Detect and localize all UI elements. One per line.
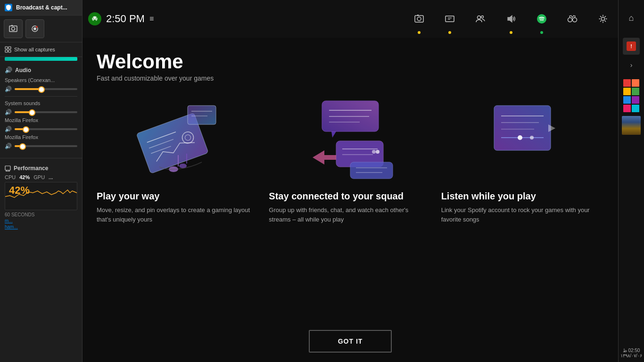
firefox-volume-bar-1[interactable] (15, 128, 77, 130)
system-volume-fill (15, 111, 33, 113)
sixty-seconds-label: 60 SECONDS (5, 212, 77, 217)
shield-icon (5, 4, 12, 11)
svg-rect-9 (8, 50, 11, 52)
home-icon[interactable]: ⌂ (623, 9, 640, 26)
sidebar-title: Broadcast & capt... (16, 4, 67, 11)
spotify-dot (540, 31, 543, 34)
system-volume-icon: 🔊 (5, 109, 12, 115)
clock-date: ۱۳۹۸/۰۷/۰۶ (620, 353, 642, 358)
features-section: Play your way Move, resize, and pin over… (83, 87, 618, 322)
stay-connected-desc: Group up with friends, chat, and watch e… (269, 206, 431, 224)
tb-capture-button[interactable] (404, 0, 434, 38)
firefox-volume-fill-1 (15, 128, 27, 130)
feature-play-your-way: Play your way Move, resize, and pin over… (97, 87, 269, 322)
svg-point-50 (376, 150, 380, 154)
swatch-cyan (632, 105, 639, 112)
divider-2 (0, 158, 82, 158)
swatch-purple (632, 96, 639, 104)
svg-point-26 (572, 18, 577, 22)
top-bar-icons (404, 0, 618, 38)
svg-marker-46 (331, 132, 336, 138)
speaker-volume-bar[interactable] (15, 88, 77, 90)
got-it-container: GOT IT (83, 322, 618, 362)
listen-title: Listen while you play (441, 190, 604, 202)
hamburger-icon[interactable]: ≡ (149, 15, 154, 23)
firefox-volume-fill-2 (15, 145, 24, 147)
speaker-volume-row: 🔊 (5, 86, 77, 92)
feature-listen-while-play: Listen while you play Link your Spotify … (441, 87, 604, 322)
volume-icon: 🔊 (5, 86, 12, 92)
cpu-gpu-row: CPU 42% GPU ... (5, 174, 77, 180)
audio-section: 🔊 Audio Speakers (Conexan... 🔊 System so… (0, 64, 82, 154)
play-your-way-title: Play your way (97, 190, 259, 202)
tb-squad-button[interactable] (465, 0, 495, 38)
firefox-label-2: Mozilla Firefox (5, 134, 77, 140)
main-right-panel: 2:50 PM ≡ (83, 0, 618, 362)
svg-point-61 (530, 136, 534, 140)
listen-desc: Link your Spotify account to rock your g… (441, 206, 604, 224)
play-your-way-illustration (97, 91, 259, 186)
svg-point-22 (481, 16, 483, 18)
right-arrow-button[interactable]: › (623, 57, 640, 74)
svg-rect-8 (5, 50, 8, 52)
right-clock: 02:50 ظ ۱۳۹۸/۰۷/۰۶ (620, 348, 642, 358)
svg-point-16 (417, 17, 421, 21)
firefox-volume-icon-1: 🔊 (5, 126, 12, 132)
tb-overlay-button[interactable] (434, 0, 465, 38)
screenshot-button[interactable] (4, 19, 23, 38)
capture-dot (418, 31, 421, 34)
perf-link-1[interactable]: m... (5, 218, 77, 223)
swatch-blue (623, 96, 631, 104)
right-chevron-icon: › (630, 61, 633, 69)
swatch-yellow (623, 88, 631, 95)
svg-point-60 (518, 135, 522, 140)
welcome-header: Welcome Fast and customizable over your … (83, 38, 618, 87)
listen-illustration (441, 91, 604, 186)
svg-point-4 (33, 27, 36, 30)
firefox-volume-bar-2[interactable] (15, 145, 77, 147)
system-sounds-row: System sounds 🔊 (5, 100, 77, 115)
swatch-pink (623, 105, 631, 112)
color-swatches (623, 79, 639, 112)
svg-point-25 (568, 18, 572, 22)
tb-spotify-button[interactable] (526, 0, 557, 38)
stay-connected-title: Stay connected to your squad (269, 190, 431, 202)
performance-graph: 42% (5, 182, 77, 210)
top-bar-left: 2:50 PM ≡ (83, 12, 159, 25)
svg-point-21 (477, 16, 480, 19)
swatch-red (623, 79, 631, 87)
firefox-label-1: Mozilla Firefox (5, 117, 77, 123)
stay-connected-illustration (269, 91, 431, 186)
main-content: Welcome Fast and customizable over your … (83, 38, 618, 362)
swatch-row-3 (623, 96, 639, 104)
sidebar-header: Broadcast & capt... (0, 0, 82, 16)
svg-rect-55 (494, 106, 551, 150)
overlay-dot (448, 31, 451, 34)
swatch-orange (632, 79, 639, 87)
sidebar: Broadcast & capt... Show all captures (0, 0, 83, 362)
audio-dot (510, 31, 512, 34)
svg-marker-23 (508, 16, 512, 22)
svg-rect-15 (415, 16, 423, 22)
svg-rect-6 (5, 47, 8, 49)
speaker-volume-fill (15, 88, 43, 90)
speaker-icon: 🔊 (5, 66, 12, 74)
svg-rect-35 (188, 106, 216, 124)
system-volume-bar[interactable] (15, 111, 77, 113)
show-all-captures[interactable]: Show all captures (0, 42, 82, 57)
record-button[interactable] (25, 19, 44, 38)
firefox-volume-icon-2: 🔊 (5, 143, 12, 149)
audio-title: 🔊 Audio (5, 66, 77, 74)
right-notification-button[interactable]: ! (623, 38, 640, 55)
performance-title: Performance (5, 165, 77, 172)
tb-settings-button[interactable] (587, 0, 618, 38)
svg-rect-52 (350, 162, 393, 179)
swatch-row-4 (623, 105, 639, 112)
tb-lookout-button[interactable] (557, 0, 587, 38)
tb-audio-button[interactable] (495, 0, 526, 38)
gpu-label: GPU (33, 174, 45, 180)
teal-accent-bar (5, 57, 77, 61)
top-bar: 2:50 PM ≡ (83, 0, 618, 38)
perf-link-2[interactable]: ham... (5, 224, 77, 230)
got-it-button[interactable]: GOT IT (309, 330, 392, 353)
